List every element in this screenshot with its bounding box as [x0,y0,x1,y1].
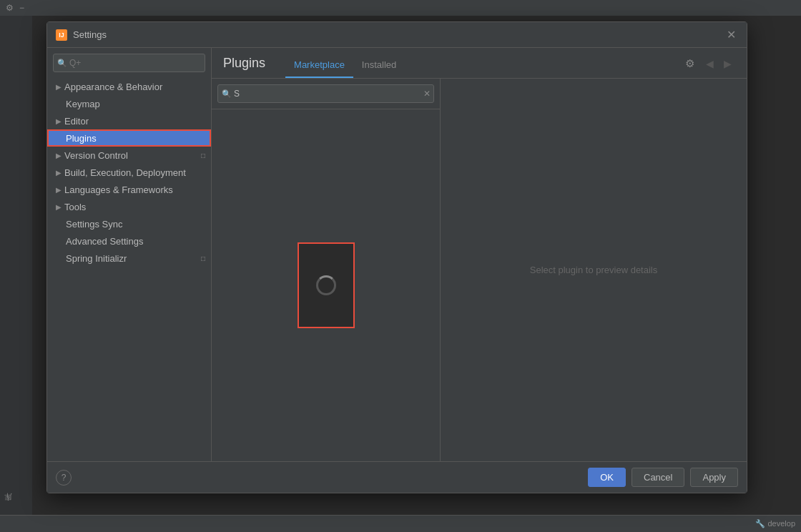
tab-installed[interactable]: Installed [353,55,405,78]
sidebar-item-version-control[interactable]: ▶ Version Control □ [47,147,211,164]
chevron-icon: ▶ [56,186,62,194]
sidebar-item-plugins[interactable]: Plugins [47,129,211,147]
apply-button[interactable]: Apply [690,468,738,487]
plugins-header: Plugins Marketplace Installed ⚙ ◀ ▶ [212,48,747,79]
title-left: IJ Settings [56,29,107,41]
plugins-title: Plugins [223,56,265,78]
header-actions: ⚙ ◀ ▶ [683,55,735,78]
loading-container [298,242,355,328]
spring-initializr-badge: □ [201,255,205,262]
sidebar-item-advanced-settings[interactable]: Advanced Settings [47,232,211,250]
bottom-left-label: 库 [0,505,32,511]
plugin-list-panel: 🔍 ✕ [212,79,441,461]
plugin-preview-panel: Select plugin to preview details [441,79,747,461]
plugin-search-icon: 🔍 [222,89,232,99]
plugin-list-content [212,109,440,461]
dialog-body: 🔍 ▶ Appearance & Behavior Keymap ▶ [47,48,747,461]
minimize-icon: − [19,3,24,13]
sidebar-item-tools[interactable]: ▶ Tools [47,198,211,215]
dialog-footer: ? OK Cancel Apply [47,461,747,493]
footer-buttons: OK Cancel Apply [588,468,738,487]
sidebar-nav: ▶ Appearance & Behavior Keymap ▶ Editor … [47,78,211,461]
plugin-search-clear-button[interactable]: ✕ [423,89,431,99]
plugin-search-bar: 🔍 ✕ [212,79,440,109]
settings-toolbar-icon: ⚙ [6,3,14,13]
sidebar-item-build[interactable]: ▶ Build, Execution, Deployment [47,164,211,181]
nav-arrows: ◀ ▶ [702,56,735,72]
plugin-search-wrapper: 🔍 ✕ [217,84,434,103]
status-text: 🔧 develop [755,519,795,528]
chevron-icon: ▶ [56,152,62,159]
nav-back-button[interactable]: ◀ [702,56,717,72]
bottom-status-bar: 🔧 develop [0,515,801,532]
intellij-icon: IJ [56,29,67,41]
settings-dialog: IJ Settings ✕ 🔍 ▶ [46,21,747,493]
left-sidebar-bg [0,16,32,532]
sidebar-search-icon: 🔍 [57,59,67,68]
sidebar-item-spring-initializr[interactable]: Spring Initializr □ [47,250,211,267]
preview-empty-text: Select plugin to preview details [530,265,658,275]
sidebar-search-wrapper: 🔍 [53,54,205,72]
sidebar-item-languages[interactable]: ▶ Languages & Frameworks [47,181,211,198]
help-button[interactable]: ? [56,470,72,486]
chevron-icon: ▶ [56,83,62,91]
tab-bar: Marketplace Installed [285,55,672,78]
ok-button[interactable]: OK [588,468,626,487]
version-control-badge: □ [201,152,205,159]
sidebar-item-editor[interactable]: ▶ Editor [47,112,211,129]
chevron-icon: ▶ [56,203,62,211]
sidebar-item-keymap[interactable]: Keymap [47,95,211,112]
footer-left: ? [56,470,72,486]
dialog-title: Settings [73,29,107,40]
sidebar-search-input[interactable] [53,54,205,72]
plugin-search-input[interactable] [217,84,434,103]
sidebar-search-area: 🔍 [47,48,211,78]
dialog-titlebar: IJ Settings ✕ [47,22,747,48]
app-toolbar: ⚙ − [0,0,801,16]
plugins-body: 🔍 ✕ [212,79,747,461]
main-content: Plugins Marketplace Installed ⚙ ◀ ▶ [212,48,747,461]
settings-dialog-wrapper: IJ Settings ✕ 🔍 ▶ [46,21,747,493]
chevron-icon: ▶ [56,169,62,177]
nav-forward-button[interactable]: ▶ [720,56,735,72]
close-button[interactable]: ✕ [724,28,738,42]
plugins-gear-button[interactable]: ⚙ [683,55,697,72]
settings-sidebar: 🔍 ▶ Appearance & Behavior Keymap ▶ [47,48,212,461]
tab-marketplace[interactable]: Marketplace [285,55,353,78]
chevron-icon: ▶ [56,117,62,125]
sidebar-item-appearance[interactable]: ▶ Appearance & Behavior [47,78,211,95]
cancel-button[interactable]: Cancel [632,468,684,487]
loading-spinner [316,275,336,295]
sidebar-item-settings-sync[interactable]: Settings Sync [47,215,211,232]
